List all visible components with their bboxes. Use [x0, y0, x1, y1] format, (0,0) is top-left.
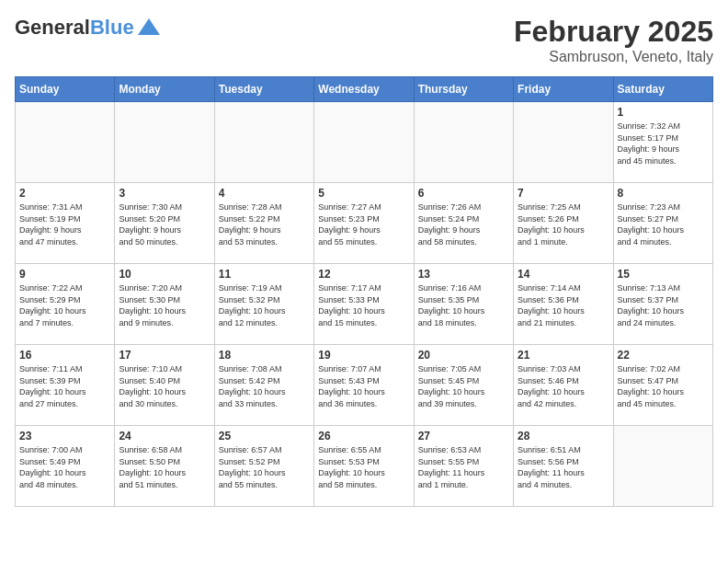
day-number: 5: [318, 187, 409, 200]
calendar-cell: 2Sunrise: 7:31 AM Sunset: 5:19 PM Daylig…: [16, 183, 115, 264]
day-info: Sunrise: 7:13 AM Sunset: 5:37 PM Dayligh…: [618, 282, 709, 328]
day-number: 6: [418, 187, 509, 200]
day-info: Sunrise: 7:30 AM Sunset: 5:20 PM Dayligh…: [119, 201, 210, 247]
weekday-header-tuesday: Tuesday: [214, 77, 313, 102]
calendar-cell: [16, 102, 115, 183]
day-info: Sunrise: 7:03 AM Sunset: 5:46 PM Dayligh…: [518, 363, 609, 409]
day-number: 19: [318, 349, 409, 362]
day-info: Sunrise: 7:32 AM Sunset: 5:17 PM Dayligh…: [618, 121, 709, 167]
calendar-cell: 17Sunrise: 7:10 AM Sunset: 5:40 PM Dayli…: [115, 345, 214, 426]
day-info: Sunrise: 6:57 AM Sunset: 5:52 PM Dayligh…: [219, 444, 310, 490]
day-number: 3: [119, 187, 210, 200]
day-number: 18: [219, 349, 310, 362]
day-number: 17: [119, 349, 210, 362]
day-info: Sunrise: 7:28 AM Sunset: 5:22 PM Dayligh…: [219, 201, 310, 247]
calendar-cell: [514, 102, 613, 183]
day-number: 23: [19, 430, 110, 442]
calendar-cell: 19Sunrise: 7:07 AM Sunset: 5:43 PM Dayli…: [314, 345, 414, 426]
day-info: Sunrise: 7:19 AM Sunset: 5:32 PM Dayligh…: [219, 282, 310, 328]
location-subtitle: Sambruson, Veneto, Italy: [514, 49, 713, 65]
calendar-cell: [115, 102, 214, 183]
calendar-cell: 20Sunrise: 7:05 AM Sunset: 5:45 PM Dayli…: [414, 345, 513, 426]
calendar-cell: 4Sunrise: 7:28 AM Sunset: 5:22 PM Daylig…: [214, 183, 313, 264]
day-number: 24: [119, 430, 210, 442]
day-info: Sunrise: 6:58 AM Sunset: 5:50 PM Dayligh…: [119, 444, 210, 490]
day-info: Sunrise: 7:23 AM Sunset: 5:27 PM Dayligh…: [618, 201, 709, 247]
weekday-header-thursday: Thursday: [414, 77, 513, 102]
day-info: Sunrise: 7:08 AM Sunset: 5:42 PM Dayligh…: [219, 363, 310, 409]
month-title: February 2025: [514, 15, 713, 49]
day-info: Sunrise: 7:10 AM Sunset: 5:40 PM Dayligh…: [119, 363, 210, 409]
day-info: Sunrise: 7:20 AM Sunset: 5:30 PM Dayligh…: [119, 282, 210, 328]
day-number: 1: [618, 106, 709, 119]
day-number: 15: [618, 268, 709, 281]
day-info: Sunrise: 7:07 AM Sunset: 5:43 PM Dayligh…: [318, 363, 409, 409]
day-info: Sunrise: 7:00 AM Sunset: 5:49 PM Dayligh…: [19, 444, 110, 490]
day-number: 12: [318, 268, 409, 281]
calendar-cell: 9Sunrise: 7:22 AM Sunset: 5:29 PM Daylig…: [16, 264, 115, 345]
day-number: 26: [318, 430, 409, 442]
calendar-cell: 16Sunrise: 7:11 AM Sunset: 5:39 PM Dayli…: [16, 345, 115, 426]
day-number: 21: [518, 349, 609, 362]
day-number: 25: [219, 430, 310, 442]
day-number: 7: [518, 187, 609, 200]
calendar-cell: 3Sunrise: 7:30 AM Sunset: 5:20 PM Daylig…: [115, 183, 214, 264]
day-info: Sunrise: 6:53 AM Sunset: 5:55 PM Dayligh…: [418, 444, 509, 490]
calendar-cell: 15Sunrise: 7:13 AM Sunset: 5:37 PM Dayli…: [613, 264, 712, 345]
calendar-cell: 6Sunrise: 7:26 AM Sunset: 5:24 PM Daylig…: [414, 183, 513, 264]
day-info: Sunrise: 6:51 AM Sunset: 5:56 PM Dayligh…: [518, 444, 609, 490]
day-number: 28: [518, 430, 609, 442]
day-info: Sunrise: 7:02 AM Sunset: 5:47 PM Dayligh…: [618, 363, 709, 409]
calendar-cell: [613, 426, 712, 507]
day-number: 20: [418, 349, 509, 362]
calendar-cell: 27Sunrise: 6:53 AM Sunset: 5:55 PM Dayli…: [414, 426, 513, 507]
day-info: Sunrise: 7:26 AM Sunset: 5:24 PM Dayligh…: [418, 201, 509, 247]
calendar-cell: 5Sunrise: 7:27 AM Sunset: 5:23 PM Daylig…: [314, 183, 414, 264]
logo-text: GeneralBlue: [15, 17, 134, 39]
day-info: Sunrise: 7:11 AM Sunset: 5:39 PM Dayligh…: [19, 363, 110, 409]
calendar-cell: 23Sunrise: 7:00 AM Sunset: 5:49 PM Dayli…: [16, 426, 115, 507]
svg-marker-0: [138, 18, 160, 35]
day-info: Sunrise: 7:05 AM Sunset: 5:45 PM Dayligh…: [418, 363, 509, 409]
day-info: Sunrise: 7:14 AM Sunset: 5:36 PM Dayligh…: [518, 282, 609, 328]
calendar-cell: 7Sunrise: 7:25 AM Sunset: 5:26 PM Daylig…: [514, 183, 613, 264]
calendar-table: SundayMondayTuesdayWednesdayThursdayFrid…: [15, 76, 713, 507]
day-number: 11: [219, 268, 310, 281]
calendar-cell: 28Sunrise: 6:51 AM Sunset: 5:56 PM Dayli…: [514, 426, 613, 507]
day-info: Sunrise: 7:31 AM Sunset: 5:19 PM Dayligh…: [19, 201, 110, 247]
day-number: 10: [119, 268, 210, 281]
weekday-header-wednesday: Wednesday: [314, 77, 414, 102]
calendar-cell: 8Sunrise: 7:23 AM Sunset: 5:27 PM Daylig…: [613, 183, 712, 264]
day-number: 9: [19, 268, 110, 281]
day-info: Sunrise: 7:16 AM Sunset: 5:35 PM Dayligh…: [418, 282, 509, 328]
day-number: 13: [418, 268, 509, 281]
calendar-cell: [414, 102, 513, 183]
weekday-header-friday: Friday: [514, 77, 613, 102]
title-block: February 2025 Sambruson, Veneto, Italy: [514, 15, 713, 65]
calendar-cell: 12Sunrise: 7:17 AM Sunset: 5:33 PM Dayli…: [314, 264, 414, 345]
day-info: Sunrise: 7:27 AM Sunset: 5:23 PM Dayligh…: [318, 201, 409, 247]
day-number: 27: [418, 430, 509, 442]
calendar-cell: 1Sunrise: 7:32 AM Sunset: 5:17 PM Daylig…: [613, 102, 712, 183]
logo: GeneralBlue: [15, 15, 162, 40]
page-header: GeneralBlue February 2025 Sambruson, Ven…: [15, 15, 713, 65]
day-info: Sunrise: 7:25 AM Sunset: 5:26 PM Dayligh…: [518, 201, 609, 247]
calendar-cell: 13Sunrise: 7:16 AM Sunset: 5:35 PM Dayli…: [414, 264, 513, 345]
calendar-cell: 11Sunrise: 7:19 AM Sunset: 5:32 PM Dayli…: [214, 264, 313, 345]
day-number: 14: [518, 268, 609, 281]
day-info: Sunrise: 6:55 AM Sunset: 5:53 PM Dayligh…: [318, 444, 409, 490]
day-number: 2: [19, 187, 110, 200]
calendar-cell: 22Sunrise: 7:02 AM Sunset: 5:47 PM Dayli…: [613, 345, 712, 426]
logo-icon: [136, 15, 162, 40]
calendar-cell: 24Sunrise: 6:58 AM Sunset: 5:50 PM Dayli…: [115, 426, 214, 507]
calendar-cell: [214, 102, 313, 183]
weekday-header-saturday: Saturday: [613, 77, 712, 102]
day-number: 4: [219, 187, 310, 200]
calendar-cell: 25Sunrise: 6:57 AM Sunset: 5:52 PM Dayli…: [214, 426, 313, 507]
calendar-cell: 14Sunrise: 7:14 AM Sunset: 5:36 PM Dayli…: [514, 264, 613, 345]
day-info: Sunrise: 7:17 AM Sunset: 5:33 PM Dayligh…: [318, 282, 409, 328]
calendar-cell: 21Sunrise: 7:03 AM Sunset: 5:46 PM Dayli…: [514, 345, 613, 426]
calendar-cell: 26Sunrise: 6:55 AM Sunset: 5:53 PM Dayli…: [314, 426, 414, 507]
calendar-cell: 18Sunrise: 7:08 AM Sunset: 5:42 PM Dayli…: [214, 345, 313, 426]
calendar-cell: 10Sunrise: 7:20 AM Sunset: 5:30 PM Dayli…: [115, 264, 214, 345]
